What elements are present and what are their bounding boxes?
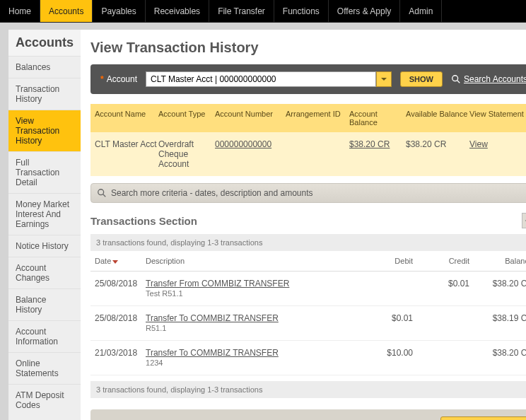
cell-arrangement (286, 139, 349, 169)
account-dropdown-button[interactable] (376, 71, 392, 87)
tx-col-balance[interactable]: Balance (469, 257, 526, 265)
sidebar-item-transaction-history[interactable]: Transaction History (8, 78, 81, 110)
tx-row: 21/03/2018Transfer To COMMBIZ TRANSFER12… (90, 341, 526, 375)
svg-point-2 (98, 189, 104, 195)
account-input[interactable] (146, 71, 376, 87)
col-avail: Available Balance (406, 110, 469, 127)
tx-date: 21/03/2018 (95, 348, 146, 358)
view-statement-link[interactable]: View (469, 139, 526, 169)
sidebar-item-online-statements[interactable]: Online Statements (8, 352, 81, 384)
show-button[interactable]: SHOW (400, 71, 443, 87)
tx-balance: $38.20 CR (469, 279, 526, 288)
tx-balance: $38.20 CR (469, 348, 526, 358)
svg-line-3 (103, 194, 106, 197)
tx-credit: $0.01 (413, 279, 469, 288)
search-criteria-label: Search more criteria - dates, descriptio… (111, 188, 312, 198)
sidebar-item-view-transaction-history[interactable]: View Transaction History (8, 110, 81, 151)
settings-button[interactable] (522, 213, 526, 228)
tx-row: 25/08/2018Transfer From COMMBIZ TRANSFER… (90, 272, 526, 306)
sort-desc-icon (112, 260, 118, 264)
page-title: View Transaction History (90, 37, 526, 64)
nav-tab-home[interactable]: Home (0, 0, 40, 22)
tx-desc-link[interactable]: Transfer To COMMBIZ TRANSFER (146, 313, 370, 323)
search-accounts-link[interactable]: Search Accounts (451, 74, 526, 84)
export-transactions-button[interactable]: EXPORT TRANSACTIONS (440, 416, 526, 420)
search-criteria-bar[interactable]: Search more criteria - dates, descriptio… (90, 183, 526, 203)
results-count-top: 3 transactions found, displaying 1-3 tra… (90, 234, 526, 251)
required-mark: * (100, 74, 104, 84)
tx-debit: $10.00 (370, 348, 413, 358)
sidebar-item-account-information[interactable]: Account Information (8, 320, 81, 352)
sidebar-item-balances[interactable]: Balances (8, 56, 81, 78)
account-summary-table: Account Name Account Type Account Number… (90, 104, 526, 176)
account-combobox[interactable] (146, 71, 392, 87)
sidebar-item-account-changes[interactable]: Account Changes (8, 257, 81, 288)
cell-available-balance: $38.20 CR (406, 139, 469, 169)
cell-type: Overdraft Cheque Account (158, 139, 215, 169)
tx-desc: Transfer From COMMBIZ TRANSFERTest R51.1 (146, 279, 370, 298)
main-content: View Transaction History *Account SHOW S… (81, 30, 526, 420)
chevron-down-icon (380, 76, 387, 83)
search-icon (97, 188, 107, 198)
cell-name: CLT Master Acct (95, 139, 158, 169)
tx-col-debit[interactable]: Debit (370, 257, 413, 265)
tx-row: 25/08/2018Transfer To COMMBIZ TRANSFERR5… (90, 306, 526, 341)
tx-desc-link[interactable]: Transfer To COMMBIZ TRANSFER (146, 348, 370, 358)
col-bal: Account Balance (349, 110, 406, 127)
results-count-bottom: 3 transactions found, displaying 1-3 tra… (90, 381, 526, 398)
account-selector-bar: *Account SHOW Search Accounts (90, 64, 526, 94)
tx-col-credit[interactable]: Credit (413, 257, 469, 265)
nav-tab-functions[interactable]: Functions (274, 0, 329, 22)
tx-col-desc[interactable]: Description (146, 257, 370, 265)
sidebar-item-notice-history[interactable]: Notice History (8, 235, 81, 257)
tx-desc-sub: R51.1 (146, 324, 166, 332)
sidebar-item-balance-history[interactable]: Balance History (8, 288, 81, 320)
svg-line-1 (457, 81, 460, 83)
cell-account-number[interactable]: 000000000000 (215, 139, 286, 169)
export-bar: *Export format Select... Include extende… (90, 409, 526, 420)
tx-desc-sub: 1234 (146, 358, 163, 367)
nav-tab-offers-apply[interactable]: Offers & Apply (329, 0, 400, 22)
sidebar-item-money-market-interest-and-earnings[interactable]: Money Market Interest And Earnings (8, 193, 81, 235)
nav-tab-file-transfer[interactable]: File Transfer (209, 0, 274, 22)
tx-date: 25/08/2018 (95, 313, 146, 323)
tx-desc-link[interactable]: Transfer From COMMBIZ TRANSFER (146, 279, 370, 288)
tx-desc: Transfer To COMMBIZ TRANSFERR51.1 (146, 313, 370, 333)
nav-tab-payables[interactable]: Payables (93, 0, 145, 22)
nav-tab-accounts[interactable]: Accounts (40, 0, 93, 22)
search-icon (451, 74, 461, 84)
account-summary-row: CLT Master Acct Overdraft Cheque Account… (90, 132, 526, 176)
tx-desc: Transfer To COMMBIZ TRANSFER1234 (146, 348, 370, 368)
col-name: Account Name (95, 110, 158, 127)
account-summary-header: Account Name Account Type Account Number… (90, 104, 526, 132)
col-arr: Arrangement ID (286, 110, 349, 127)
sidebar-item-atm-deposit-codes[interactable]: ATM Deposit Codes (8, 384, 81, 416)
col-type: Account Type (158, 110, 215, 127)
nav-tab-receivables[interactable]: Receivables (146, 0, 209, 22)
svg-point-0 (452, 76, 458, 81)
account-label: *Account (100, 74, 137, 84)
sidebar-title: Accounts (8, 30, 81, 56)
tx-balance: $38.19 CR (469, 313, 526, 323)
tx-debit: $0.01 (370, 313, 413, 323)
cell-account-balance[interactable]: $38.20 CR (349, 139, 406, 169)
top-nav: HomeAccountsPayablesReceivablesFile Tran… (0, 0, 526, 23)
tx-desc-sub: Test R51.1 (146, 289, 183, 298)
col-stmt: View Statement (469, 110, 526, 127)
sidebar: Accounts BalancesTransaction HistoryView… (8, 30, 81, 420)
transactions-section-header: Transactions Section (90, 213, 526, 228)
tx-date: 25/08/2018 (95, 279, 146, 288)
tx-header-row: Date Description Debit Credit Balance (90, 251, 526, 272)
col-num: Account Number (215, 110, 286, 127)
transactions-title: Transactions Section (90, 215, 197, 227)
tx-col-date[interactable]: Date (95, 257, 146, 265)
sidebar-item-full-transaction-detail[interactable]: Full Transaction Detail (8, 151, 81, 193)
nav-tab-admin[interactable]: Admin (400, 0, 442, 22)
